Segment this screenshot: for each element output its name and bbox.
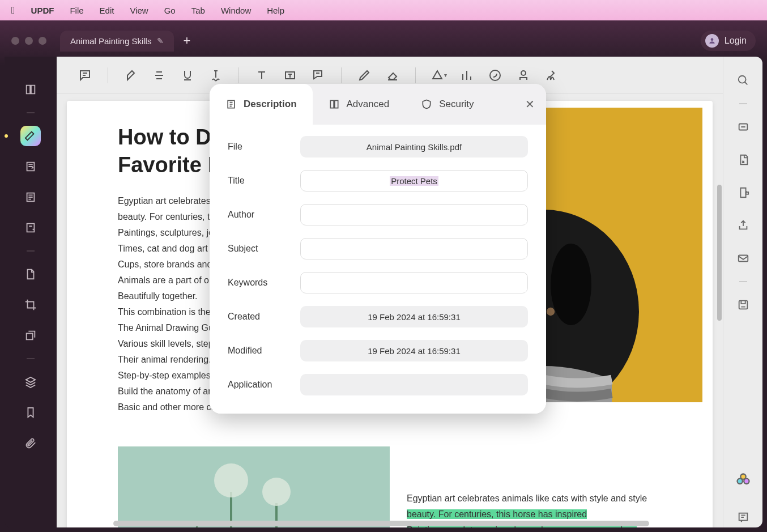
svg-point-3 (521, 71, 526, 75)
ocr-icon[interactable] (733, 117, 753, 137)
sidebar-crop-icon[interactable] (20, 295, 41, 315)
sidebar-divider (739, 103, 747, 104)
close-modal-button[interactable]: ✕ (525, 97, 535, 111)
tab-description[interactable]: Description (210, 84, 313, 125)
field-label-created: Created (228, 312, 300, 322)
sidebar-attachment-icon[interactable] (20, 433, 41, 453)
macos-menubar:  UPDF File Edit View Go Tab Window Help (0, 0, 767, 20)
menu-go[interactable]: Go (164, 6, 176, 15)
minimize-window-button[interactable] (25, 37, 33, 45)
edit-tab-icon[interactable]: ✎ (157, 36, 164, 45)
strikethrough-icon[interactable] (147, 63, 172, 88)
sidebar-organize-icon[interactable] (20, 264, 41, 284)
field-label-modified: Modified (228, 346, 300, 356)
keywords-input[interactable] (300, 272, 528, 293)
svg-point-17 (737, 479, 742, 484)
modal-body: File Animal Painting Skills.pdf Title Pr… (210, 125, 546, 414)
login-label: Login (725, 36, 747, 46)
svg-point-2 (490, 70, 500, 80)
add-tab-button[interactable]: + (183, 33, 190, 48)
svg-point-10 (262, 478, 291, 506)
tab-advanced[interactable]: Advanced (313, 84, 406, 125)
menubar-app-name[interactable]: UPDF (31, 6, 54, 15)
tab-title: Animal Painting Skills (70, 36, 151, 46)
right-sidebar (723, 57, 762, 527)
comment-icon[interactable] (73, 63, 97, 88)
notes-panel-icon[interactable] (733, 507, 753, 527)
sidebar-bookmark-icon[interactable] (20, 402, 41, 423)
toolbar-divider (108, 67, 108, 83)
svg-point-18 (744, 479, 749, 484)
login-button[interactable]: Login (701, 31, 756, 51)
subject-input[interactable] (300, 238, 528, 259)
menu-window[interactable]: Window (221, 6, 251, 15)
sidebar-highlight-icon[interactable] (20, 126, 41, 146)
svg-point-11 (738, 76, 745, 83)
svg-rect-8 (118, 446, 390, 527)
sidebar-divider (27, 250, 35, 252)
document-tab[interactable]: Animal Painting Skills ✎ (60, 31, 174, 52)
ai-assistant-icon[interactable] (733, 470, 753, 490)
menu-view[interactable]: View (130, 6, 148, 15)
svg-rect-14 (738, 256, 748, 262)
menu-tab[interactable]: Tab (191, 6, 205, 15)
menu-help[interactable]: Help (267, 6, 284, 15)
toolbar-divider (238, 67, 239, 83)
sidebar-layers-icon[interactable] (20, 372, 41, 392)
vertical-scrollbar[interactable] (717, 185, 722, 321)
avatar-icon (705, 34, 719, 48)
toolbar-divider (415, 67, 416, 83)
document-properties-modal: Description Advanced Security ✕ File Ani… (210, 84, 546, 414)
search-icon[interactable] (733, 70, 753, 91)
modified-value: 19 Feb 2024 at 16:59:31 (300, 340, 528, 361)
menu-edit[interactable]: Edit (100, 6, 114, 15)
save-icon[interactable] (733, 295, 753, 315)
protect-icon[interactable] (733, 182, 753, 203)
field-label-author: Author (228, 210, 300, 220)
application-value (300, 374, 528, 395)
horizontal-scrollbar[interactable] (113, 521, 649, 526)
highlight-icon[interactable] (118, 63, 143, 88)
close-window-button[interactable] (11, 37, 19, 45)
left-sidebar (5, 57, 57, 527)
menu-file[interactable]: File (70, 6, 83, 15)
field-label-subject: Subject (228, 244, 300, 254)
toolbar-divider (341, 67, 342, 83)
svg-point-9 (214, 463, 248, 497)
plant-image (118, 446, 390, 527)
share-icon[interactable] (733, 215, 753, 236)
sidebar-divider (739, 281, 747, 282)
modal-tabs: Description Advanced Security ✕ (210, 84, 546, 125)
svg-rect-13 (745, 192, 748, 194)
svg-point-0 (711, 38, 714, 41)
apple-logo-icon[interactable]:  (11, 5, 15, 16)
tab-security[interactable]: Security (405, 84, 489, 125)
title-input[interactable]: Protect Pets (300, 170, 528, 191)
underline-icon[interactable] (175, 63, 200, 88)
sidebar-divider (27, 358, 35, 359)
maximize-window-button[interactable] (39, 37, 46, 45)
field-label-application: Application (228, 380, 300, 390)
svg-point-7 (547, 308, 555, 316)
svg-rect-15 (739, 301, 747, 309)
sidebar-reader-icon[interactable] (20, 79, 41, 100)
email-icon[interactable] (733, 248, 753, 269)
created-value: 19 Feb 2024 at 16:59:31 (300, 306, 528, 327)
signature-icon[interactable] (539, 63, 564, 88)
sidebar-edit-text-icon[interactable] (20, 156, 41, 177)
convert-icon[interactable] (733, 150, 753, 170)
sidebar-form-icon[interactable] (20, 218, 41, 238)
sidebar-pages-icon[interactable] (20, 187, 41, 207)
field-label-file: File (228, 142, 300, 152)
file-value: Animal Painting Skills.pdf (300, 136, 528, 158)
svg-point-6 (551, 244, 591, 325)
app-window: Animal Painting Skills ✎ + Login (0, 20, 767, 532)
field-label-keywords: Keywords (228, 278, 300, 288)
window-controls (11, 37, 46, 45)
tab-bar: Animal Painting Skills ✎ + Login (5, 25, 762, 57)
author-input[interactable] (300, 204, 528, 225)
sidebar-divider (27, 112, 35, 113)
sidebar-batch-icon[interactable] (20, 325, 41, 346)
field-label-title: Title (228, 176, 300, 186)
